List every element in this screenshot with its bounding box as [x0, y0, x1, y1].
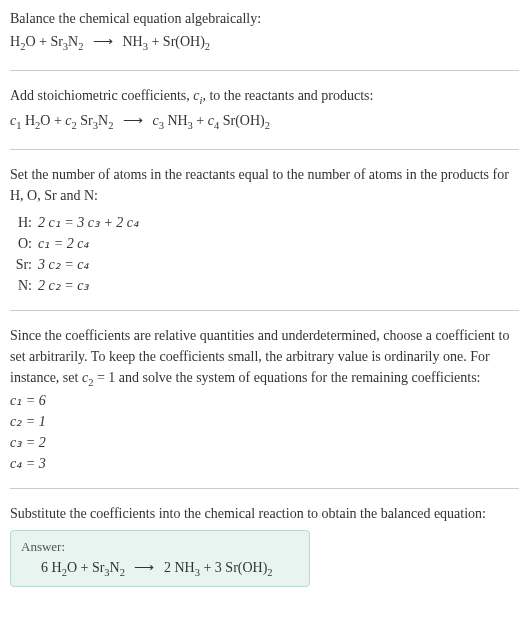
- atoms-label-h: H:: [10, 212, 38, 233]
- section-answer: Substitute the coefficients into the che…: [10, 503, 519, 587]
- t2c: 2: [108, 120, 113, 131]
- a2: O + Sr: [67, 560, 104, 575]
- atoms-row-sr: Sr: 3 c₂ = c₄: [10, 254, 519, 275]
- t4: Sr(OH): [219, 113, 265, 128]
- solve-intro: Since the coefficients are relative quan…: [10, 325, 519, 391]
- balanced-equation: 6 H2O + Sr3N2 ⟶ 2 NH3 + 3 Sr(OH)2: [21, 559, 299, 578]
- soln-c2: c₂ = 1: [10, 411, 519, 432]
- arrow: ⟶: [87, 34, 119, 49]
- section-atom-balance: Set the number of atoms in the reactants…: [10, 164, 519, 311]
- add-coeff-intro1: Add stoichiometric coefficients,: [10, 88, 193, 103]
- atoms-eq-o: c₁ = 2 c₄: [38, 233, 89, 254]
- t3b: +: [193, 113, 208, 128]
- intro-text: Balance the chemical equation algebraica…: [10, 8, 519, 29]
- a4: 2 NH: [164, 560, 195, 575]
- atoms-row-o: O: c₁ = 2 c₄: [10, 233, 519, 254]
- t1: H: [21, 113, 35, 128]
- arrow3: ⟶: [128, 560, 160, 575]
- lhs-o-sr: O + Sr: [25, 34, 62, 49]
- soln-c1: c₁ = 6: [10, 390, 519, 411]
- atoms-label-n: N:: [10, 275, 38, 296]
- a3s: 2: [120, 567, 125, 578]
- answer-label: Answer:: [21, 539, 299, 555]
- atoms-table: H: 2 c₁ = 3 c₃ + 2 c₄ O: c₁ = 2 c₄ Sr: 3…: [10, 212, 519, 296]
- a5s: 2: [267, 567, 272, 578]
- add-coeff-intro2: , to the reactants and products:: [202, 88, 373, 103]
- lhs-h2o-h: H: [10, 34, 20, 49]
- lhs-n: N: [68, 34, 78, 49]
- section-balance-intro: Balance the chemical equation algebraica…: [10, 8, 519, 71]
- soln-c3: c₃ = 2: [10, 432, 519, 453]
- a5: + 3 Sr(OH): [200, 560, 267, 575]
- a3: N: [110, 560, 120, 575]
- solve-intro2: = 1 and solve the system of equations fo…: [93, 370, 480, 385]
- rhs-sroh-2: 2: [205, 41, 210, 52]
- t1b: O +: [40, 113, 65, 128]
- atoms-row-n: N: 2 c₂ = c₃: [10, 275, 519, 296]
- soln-c4: c₄ = 3: [10, 453, 519, 474]
- substitute-intro: Substitute the coefficients into the che…: [10, 503, 519, 524]
- rhs-nh: NH: [122, 34, 142, 49]
- lhs-n-2: 2: [78, 41, 83, 52]
- arrow2: ⟶: [117, 113, 149, 128]
- unbalanced-equation: H2O + Sr3N2 ⟶ NH3 + Sr(OH)2: [10, 31, 519, 56]
- rhs-sroh: + Sr(OH): [148, 34, 205, 49]
- answer-box: Answer: 6 H2O + Sr3N2 ⟶ 2 NH3 + 3 Sr(OH)…: [10, 530, 310, 587]
- atoms-eq-h: 2 c₁ = 3 c₃ + 2 c₄: [38, 212, 139, 233]
- coeff-equation: c1 H2O + c2 Sr3N2 ⟶ c3 NH3 + c4 Sr(OH)2: [10, 110, 519, 135]
- atoms-label-sr: Sr:: [10, 254, 38, 275]
- section-add-coefficients: Add stoichiometric coefficients, ci, to …: [10, 85, 519, 150]
- t3: NH: [164, 113, 188, 128]
- atoms-row-h: H: 2 c₁ = 3 c₃ + 2 c₄: [10, 212, 519, 233]
- atoms-label-o: O:: [10, 233, 38, 254]
- atom-balance-intro: Set the number of atoms in the reactants…: [10, 164, 519, 206]
- section-solve: Since the coefficients are relative quan…: [10, 325, 519, 490]
- atoms-eq-sr: 3 c₂ = c₄: [38, 254, 89, 275]
- t2: Sr: [77, 113, 93, 128]
- t2b: N: [98, 113, 108, 128]
- add-coeff-text: Add stoichiometric coefficients, ci, to …: [10, 85, 519, 109]
- t4s: 2: [265, 120, 270, 131]
- atoms-eq-n: 2 c₂ = c₃: [38, 275, 89, 296]
- a1: 6 H: [41, 560, 62, 575]
